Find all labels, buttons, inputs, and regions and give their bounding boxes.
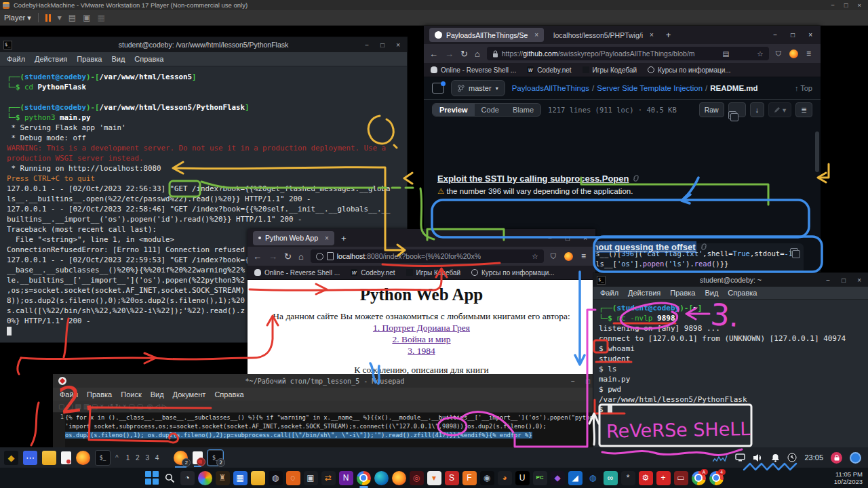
pycharm-icon[interactable]: PC — [533, 471, 547, 485]
vmware-player-menu[interactable]: Player ▾ — [4, 14, 31, 22]
tab-payloadsallthethings[interactable]: PayloadsAllTheThings/Se× — [429, 28, 544, 42]
menu-hamburger-icon[interactable]: ≡ — [806, 49, 811, 58]
bookmark-item[interactable]: wCodeby.net — [527, 66, 571, 74]
raw-button[interactable]: Raw — [699, 102, 724, 117]
maximize-icon[interactable]: □ — [380, 41, 384, 49]
chrome-icon[interactable] — [357, 471, 371, 485]
display-icon[interactable] — [735, 453, 745, 462]
wallpaper-engine-icon[interactable]: ∞ — [604, 471, 618, 485]
red-laptop-icon[interactable]: ▭ — [674, 471, 688, 485]
extension-fox-icon[interactable] — [564, 252, 573, 261]
carrot-app-icon[interactable]: ▾ — [427, 471, 441, 485]
packet-tracer-icon[interactable]: ⇄ — [321, 471, 336, 485]
vscode-icon[interactable]: ◢ — [568, 471, 583, 485]
new-tab-button[interactable]: + — [666, 30, 671, 40]
book-link[interactable]: 2. Война и мир — [248, 333, 595, 345]
reader-mode-icon[interactable]: ▤ — [722, 49, 729, 58]
reload-icon[interactable]: ↻ — [284, 251, 292, 262]
fl-studio-icon[interactable]: F — [462, 471, 477, 485]
speedtest-icon[interactable]: ◔ — [180, 471, 195, 485]
tab-close-icon[interactable]: × — [534, 31, 538, 39]
app-wheel-icon[interactable] — [198, 471, 212, 485]
forward-icon[interactable]: → — [445, 49, 454, 59]
bookmark-star-icon[interactable]: ☆ — [757, 49, 763, 58]
terminal-output[interactable]: ┌──(student@codeby)-[~]└─$ nc -nvlp 9898… — [593, 300, 868, 418]
text-editor-icon[interactable] — [61, 451, 71, 464]
windows-clock[interactable]: 11:05 PM 10/2/2023 — [834, 468, 863, 488]
breadcrumb-item[interactable]: README.md — [710, 84, 757, 92]
vmware-maximize-button[interactable]: □ — [844, 1, 848, 9]
session-indicator-icon[interactable] — [850, 452, 861, 464]
screenlock-icon[interactable] — [831, 452, 842, 464]
maximize-icon[interactable]: □ — [791, 31, 795, 39]
bookmark-item[interactable]: Игры Кодебай — [583, 66, 637, 74]
maximize-icon[interactable]: □ — [566, 235, 570, 242]
volume-icon[interactable] — [753, 453, 764, 462]
kali-logo-icon[interactable]: ◆ — [4, 451, 18, 465]
book-link[interactable]: 3. 1984 — [248, 345, 595, 357]
game-figure-icon[interactable]: ♜ — [216, 471, 230, 485]
editor-content[interactable]: {% for x in ().__class__.__base__.__subc… — [65, 413, 597, 448]
pause-dropdown-icon[interactable]: ▾ — [58, 13, 62, 22]
terminal-launcher-icon[interactable]: $_ — [95, 450, 111, 466]
map-pin-icon[interactable]: ◍ — [586, 471, 600, 485]
new-tab-button[interactable]: + — [341, 233, 347, 243]
breadcrumb-item[interactable]: PayloadsAllTheThings — [512, 84, 589, 92]
bookmark-item[interactable]: Online - Reverse Shell ... — [431, 66, 516, 74]
tab-close-icon[interactable]: × — [325, 235, 329, 242]
chrome-profile-2-icon[interactable]: 4 — [709, 471, 724, 485]
workspace-switcher[interactable]: 1 2 3 4 — [126, 454, 161, 462]
book-link[interactable]: 1. Портрет Дориана Грея — [248, 322, 595, 333]
power-status-icon[interactable] — [787, 453, 797, 462]
close-icon[interactable]: × — [583, 235, 587, 242]
app-menu-icon[interactable]: ⋯ — [23, 451, 37, 465]
edit-pencil-button[interactable]: ▾ — [768, 102, 791, 117]
send-ctrl-alt-del-icon[interactable]: ▤ — [68, 13, 76, 22]
tab-python-web-app[interactable]: Python Web App× — [253, 231, 334, 245]
terminal-titlebar[interactable]: $_ student@codeby: /var/www/html/lesson5… — [0, 37, 407, 52]
unreal-icon[interactable]: U — [515, 471, 530, 485]
lens-icon[interactable]: ◉ — [480, 471, 494, 485]
menu-item[interactable]: Файл — [60, 390, 78, 399]
calendar-icon[interactable]: ▦ — [233, 471, 248, 485]
menu-item[interactable]: Правка — [77, 55, 102, 63]
reload-icon[interactable]: ↻ — [460, 49, 468, 59]
url-bar[interactable]: localhost:8080/index?book={%%20for%20x% … — [311, 249, 544, 263]
outline-button[interactable]: ≣ — [795, 102, 812, 117]
minimize-icon[interactable]: − — [365, 41, 369, 49]
notification-bell-icon[interactable] — [771, 453, 780, 462]
branch-selector[interactable]: master▾ — [451, 80, 505, 96]
red-gear-icon[interactable]: ⚙ — [639, 471, 653, 485]
menu-item[interactable]: Вид — [151, 390, 164, 399]
extension-fox-icon[interactable] — [789, 49, 798, 58]
vm-cube-icon[interactable]: ▣ — [304, 471, 318, 485]
visual-studio-icon[interactable]: ◆ — [551, 471, 565, 485]
vmware-pause-button[interactable] — [45, 14, 51, 22]
menu-item[interactable]: Действия — [628, 289, 660, 297]
file-tree-toggle-icon[interactable] — [432, 83, 444, 94]
back-to-top-link[interactable]: ↑ Top — [795, 84, 812, 92]
bookmark-item[interactable]: Online - Reverse Shell ... — [254, 269, 340, 277]
back-icon[interactable]: ← — [253, 251, 262, 262]
firefox-icon[interactable] — [392, 471, 406, 485]
taskbar-mousepad-window[interactable]: ! — [193, 451, 203, 464]
minimize-icon[interactable]: − — [826, 277, 830, 284]
menu-item[interactable]: Файл — [600, 289, 618, 297]
menu-item[interactable]: Справка — [214, 390, 243, 399]
maximize-icon[interactable]: □ — [842, 277, 846, 284]
file-tab-code[interactable]: Code — [475, 104, 506, 116]
forward-icon[interactable]: → — [269, 251, 277, 262]
vm-clock[interactable]: 23:05 — [804, 453, 823, 462]
obsidian-icon[interactable]: ◍ — [269, 471, 283, 485]
section-heading-1[interactable]: Exploit the SSTI by calling subprocess.P… — [437, 172, 640, 184]
pocket-shield-icon[interactable]: ⛉ — [776, 49, 781, 58]
file-tab-preview[interactable]: Preview — [433, 104, 475, 116]
vmware-close-button[interactable]: × — [857, 1, 861, 9]
menu-item[interactable]: Файл — [7, 55, 25, 63]
taskbar-terminal-window[interactable]: $_2 — [208, 450, 223, 466]
close-icon[interactable]: × — [808, 31, 812, 39]
ubuntu-icon[interactable]: ◌ — [286, 471, 300, 485]
maximize-icon[interactable]: □ — [586, 378, 590, 385]
window-mousepad[interactable]: *~/Рабочий стол/tmp_lesson_5 - Mousepad … — [53, 374, 597, 447]
file-manager-icon[interactable] — [42, 451, 56, 465]
